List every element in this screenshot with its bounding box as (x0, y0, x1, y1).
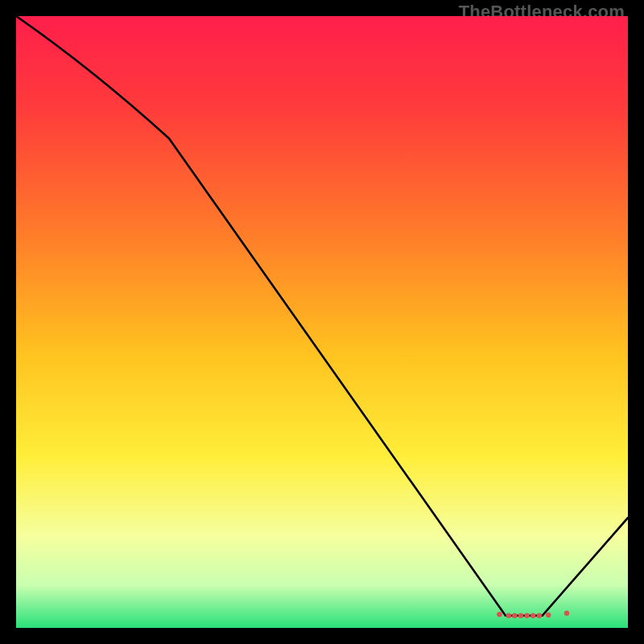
chart-frame (16, 16, 628, 628)
marker-dot (537, 613, 542, 618)
marker-dot (564, 611, 569, 616)
marker-dot (506, 613, 511, 618)
marker-dot (497, 612, 502, 617)
marker-dot (518, 613, 523, 618)
heat-background (16, 16, 628, 628)
chart-svg (16, 16, 628, 628)
marker-dot (530, 613, 535, 618)
marker-dot (524, 613, 529, 618)
marker-dot (512, 613, 517, 618)
marker-dot (546, 613, 551, 617)
